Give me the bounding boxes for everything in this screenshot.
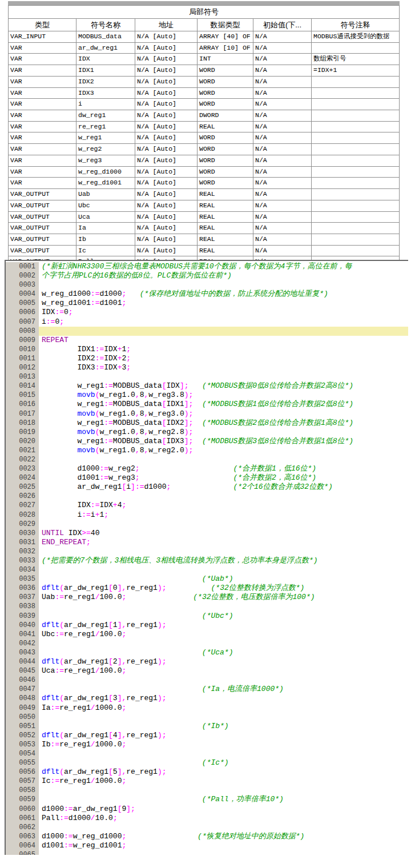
symbol-cell[interactable]: IDX2 — [76, 77, 135, 87]
symbol-row[interactable]: VAR_OUTPUTUbcN/A [Auto]REALN/A — [9, 200, 399, 212]
symbol-cell[interactable]: N/A [Auto] — [135, 31, 198, 42]
symbol-cell[interactable]: N/A [Auto] — [135, 122, 198, 132]
symbol-cell[interactable]: N/A — [253, 88, 312, 99]
symbol-cell[interactable]: N/A — [253, 31, 312, 42]
symbol-cell[interactable]: N/A [Auto] — [135, 77, 198, 87]
symbol-row[interactable]: VARIDX2N/A [Auto]WORDN/A — [9, 77, 399, 88]
code-line[interactable]: 0011 IDX2:=IDX+2; — [6, 354, 408, 363]
symbol-cell[interactable]: VAR — [9, 122, 76, 132]
symbol-cell[interactable]: N/A — [253, 189, 312, 200]
code-text[interactable]: movb(w_reg1.0,8,w_reg2.0); — [39, 446, 408, 455]
code-line[interactable]: 0028 i:=i+1; — [6, 511, 408, 520]
code-line[interactable]: 0002个字节占用PLC的16数据的低8位。PLC数据为低位在前*) — [6, 271, 408, 280]
code-line[interactable]: 0034 — [6, 565, 408, 574]
code-line[interactable]: 0015 movb(w_reg1.0,8,w_reg3.8); — [6, 391, 408, 400]
symbol-cell[interactable]: N/A — [253, 167, 312, 178]
symbol-cell[interactable]: N/A — [253, 43, 312, 54]
symbol-row[interactable]: VARw_reg_d1001N/A [Auto]WORDN/A — [9, 178, 399, 189]
symbol-row[interactable]: VAR_OUTPUTUcaN/A [Auto]REALN/A — [9, 212, 399, 223]
symbol-cell[interactable]: REAL — [198, 234, 253, 245]
symbol-cell[interactable]: DWORD — [198, 110, 253, 121]
symbol-cell[interactable] — [312, 144, 399, 155]
symbol-cell[interactable] — [312, 178, 399, 188]
code-text[interactable]: Uca:=re_reg1/100.0; — [39, 666, 408, 676]
code-line[interactable]: 0035 (*Uab*) — [6, 574, 408, 584]
code-text[interactable]: Ia:=re_reg1/1000.0; — [39, 704, 408, 713]
symbol-cell[interactable]: N/A — [253, 122, 312, 132]
code-line[interactable]: 0061Pall:=d1000/10.0; — [6, 814, 408, 823]
code-text[interactable]: (*Ic*) — [39, 758, 408, 767]
symbol-row[interactable]: VARw_reg2N/A [Auto]WORDN/A — [9, 144, 399, 155]
code-text[interactable]: d1001:=w_reg3; (*合并数据2，高16位*) — [39, 473, 408, 483]
symbol-cell[interactable] — [312, 122, 399, 132]
symbol-cell[interactable]: w_reg_d1000 — [76, 167, 135, 178]
code-line[interactable]: 0033(*把需要的7个数据，3相线电压、3相线电流转换为浮点数，总功率本身是浮… — [6, 556, 408, 565]
code-text[interactable] — [39, 749, 408, 758]
symbol-row[interactable]: VARw_reg1N/A [Auto]WORDN/A — [9, 132, 399, 144]
symbol-cell[interactable]: VAR — [9, 144, 76, 155]
symbol-cell[interactable]: Ubc — [76, 200, 135, 211]
symbol-cell[interactable]: re_reg1 — [76, 122, 135, 132]
symbol-cell[interactable]: IDX — [76, 54, 135, 65]
symbol-cell[interactable]: N/A — [253, 212, 312, 223]
symbol-cell[interactable] — [312, 200, 399, 211]
code-line[interactable]: 0030UNTIL IDX>=40 — [6, 529, 408, 538]
code-line[interactable]: 0049Ia:=re_reg1/1000.0; — [6, 704, 408, 713]
symbol-cell[interactable]: VAR — [9, 178, 76, 188]
code-text[interactable] — [39, 850, 408, 855]
symbol-cell[interactable]: Ib — [76, 234, 135, 245]
code-line[interactable]: 0007i:=0; — [6, 318, 408, 327]
code-line[interactable]: 0044dflt(ar_dw_reg1[2],re_reg1); — [6, 657, 408, 666]
code-line[interactable]: 0054 — [6, 749, 408, 758]
code-line[interactable]: 0001(*新虹润NHR3300三相综合电量表MODBUS共需要10个数据，每个… — [6, 262, 408, 271]
code-line[interactable]: 0029 — [6, 520, 408, 529]
symbol-cell[interactable] — [312, 223, 399, 234]
code-text[interactable]: (*新虹润NHR3300三相综合电量表MODBUS共需要10个数据，每个数据为4… — [39, 262, 408, 271]
code-text[interactable] — [39, 639, 408, 648]
symbol-row[interactable]: VARIDX1N/A [Auto]WORDN/A=IDX+1 — [9, 65, 399, 77]
symbol-cell[interactable]: N/A — [253, 234, 312, 245]
code-line[interactable]: 0060d1000:=ar_dw_reg1[9]; — [6, 805, 408, 814]
symbol-cell[interactable]: N/A [Auto] — [135, 212, 198, 223]
code-line[interactable]: 0023 d1000:=w_reg2; (*合并数据1，低16位*) — [6, 464, 408, 473]
symbol-row[interactable]: VAR_OUTPUTIbN/A [Auto]REALN/A — [9, 234, 399, 246]
symbol-cell[interactable]: N/A — [253, 99, 312, 110]
symbol-cell[interactable]: N/A — [253, 200, 312, 211]
symbol-cell[interactable]: ar_dw_reg1 — [76, 43, 135, 54]
code-text[interactable]: (*把需要的7个数据，3相线电压、3相线电流转换为浮点数，总功率本身是浮点数*) — [39, 556, 408, 565]
symbol-cell[interactable]: N/A [Auto] — [135, 246, 198, 256]
symbol-cell[interactable]: ARRAY [10] OF DWORD — [198, 43, 253, 54]
symbol-cell[interactable]: w_reg1 — [76, 132, 135, 143]
symbol-cell[interactable]: =IDX+1 — [312, 65, 399, 76]
code-line[interactable]: 0012 IDX3:=IDX+3; — [6, 363, 408, 372]
code-text[interactable]: w_reg1:=MODBUS_data[IDX1]; (*MODBUS数据1低8… — [39, 400, 408, 409]
symbol-cell[interactable]: w_reg_d1001 — [76, 178, 135, 188]
symbol-cell[interactable] — [312, 234, 399, 245]
code-text[interactable]: ar_dw_reg1[i]:=d1000; (*2个16位数合并成32位数*) — [39, 483, 408, 492]
code-text[interactable] — [39, 676, 408, 685]
code-text[interactable] — [39, 280, 408, 290]
symbol-cell[interactable]: VAR — [9, 43, 76, 54]
symbol-cell[interactable]: VAR — [9, 110, 76, 121]
code-text[interactable]: Ib:=re_reg1/1000.0; — [39, 740, 408, 749]
code-text[interactable]: Uab:=re_reg1/100.0; (*32位整数，电压数据倍率为100*) — [39, 593, 408, 602]
code-line[interactable]: 0014 w_reg1:=MODBUS_data[IDX]; (*MODBUS数… — [6, 381, 408, 391]
code-line[interactable]: 0013 — [6, 372, 408, 381]
symbol-cell[interactable]: REAL — [198, 122, 253, 132]
code-text[interactable]: i:=i+1; — [39, 511, 408, 520]
code-line[interactable]: 0059 (*Pall，功率倍率10*) — [6, 795, 408, 804]
code-text[interactable] — [39, 602, 408, 611]
symbol-cell[interactable]: VAR_OUTPUT — [9, 246, 76, 256]
code-text[interactable] — [39, 713, 408, 722]
symbol-cell[interactable] — [312, 212, 399, 223]
symbol-cell[interactable] — [312, 110, 399, 121]
code-line[interactable]: 0050 — [6, 713, 408, 722]
symbol-cell[interactable]: MODBUS_data — [76, 31, 135, 42]
symbol-cell[interactable]: N/A [Auto] — [135, 99, 198, 110]
symbol-cell[interactable]: N/A [Auto] — [135, 155, 198, 166]
code-text[interactable]: dflt(ar_dw_reg1[3],re_reg1); — [39, 694, 408, 703]
code-line[interactable]: 0065 — [6, 850, 408, 855]
code-line[interactable]: 0020 w_reg1:=MODBUS_data[IDX3]; (*MODBUS… — [6, 437, 408, 446]
code-line[interactable]: 0046 — [6, 676, 408, 685]
code-text[interactable]: dflt(ar_dw_reg1[2],re_reg1); — [39, 657, 408, 666]
